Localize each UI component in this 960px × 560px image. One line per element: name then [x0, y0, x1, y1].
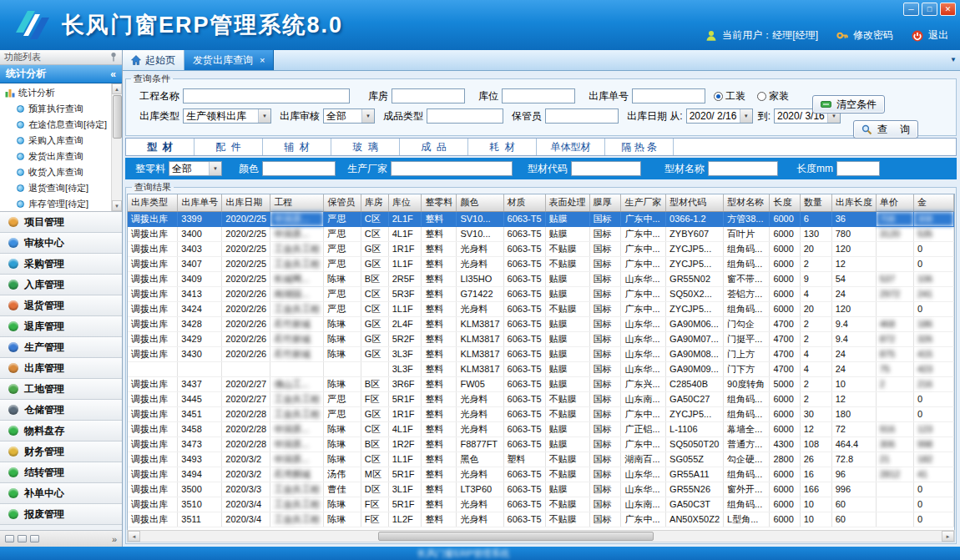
sidebar-item-carryover-management[interactable]: 结转管理 — [0, 462, 122, 483]
scroll-left-icon[interactable]: ◄ — [128, 531, 140, 542]
dropdown-arrow-icon[interactable]: ▼ — [258, 109, 270, 123]
tree-item-budget-execution-query[interactable]: 预算执行查询 — [0, 101, 111, 117]
column-header[interactable]: 库位 — [388, 194, 422, 211]
dropdown-arrow-icon[interactable]: ▼ — [361, 109, 374, 123]
table-row[interactable]: 调拨出库34302020/2/26石竹新城陈琳G区3L3F整料KLM381760… — [128, 346, 954, 361]
product-type-input[interactable] — [427, 108, 503, 124]
maximize-button[interactable]: □ — [922, 3, 937, 16]
column-header[interactable]: 出库日期 — [222, 194, 270, 211]
column-header[interactable]: 保管员 — [324, 194, 361, 211]
outbound-audit-select[interactable]: 全部▼ — [323, 108, 375, 124]
column-header[interactable]: 材质 — [503, 194, 545, 211]
custodian-input[interactable] — [545, 108, 619, 124]
material-tab-single-profile[interactable]: 单体型材 — [537, 139, 605, 155]
sidebar-item-finance-management[interactable]: 财务管理 — [0, 441, 122, 462]
tree-root-statistics[interactable]: 统计分析 — [0, 85, 111, 101]
column-header[interactable]: 金 — [913, 194, 953, 211]
table-row[interactable]: 调拨出库33992020/2/25华润原...严思C区2L1F整料SV10...… — [128, 211, 954, 226]
tab-list-dropdown-icon[interactable]: ▼ — [950, 56, 957, 63]
sidebar-item-project-management[interactable]: 项目管理 — [0, 212, 122, 233]
table-row[interactable]: 调拨出库34372020/2/27佛山工...陈琳B区3R6F整料FW05606… — [128, 376, 954, 391]
column-header[interactable]: 出库长度 — [831, 194, 876, 211]
length-mm-input[interactable] — [836, 161, 880, 176]
column-header[interactable]: 数量 — [800, 194, 831, 211]
tree-scrollbar[interactable]: ▲ ▼ — [111, 83, 122, 211]
table-row[interactable]: 调拨出库34942020/3/2石湾辉城汤伟M区5R1F整料光身料6063-T5… — [128, 467, 954, 482]
tree-scrollbar-thumb[interactable] — [113, 95, 122, 139]
whole-part-select[interactable]: 全部▼ — [169, 161, 222, 176]
table-row[interactable]: 调拨出库34582020/2/28华润原...陈琳C区4L1F整料光身料6063… — [128, 421, 954, 436]
home-decor-radio-label[interactable]: 家装 — [769, 89, 789, 103]
table-row[interactable]: 调拨出库34932020/3/2华润原...陈琳C区1L1F整料黑色塑料不贴膜国… — [128, 452, 954, 467]
dropdown-arrow-icon[interactable]: ▼ — [209, 162, 221, 175]
footer-computer-icon[interactable] — [30, 535, 39, 542]
material-tab-profile[interactable]: 型 材 — [126, 139, 195, 155]
column-header[interactable]: 整零料 — [422, 194, 457, 211]
table-row[interactable]: 调拨出库34002020/2/25华润原...严思C区4L1F整料SV10...… — [128, 226, 954, 241]
scroll-right-icon[interactable]: ► — [942, 531, 954, 542]
tab-close-icon[interactable]: × — [260, 55, 265, 65]
column-header[interactable]: 单价 — [876, 194, 913, 211]
logout-link[interactable]: 退出 — [928, 28, 948, 43]
column-header[interactable]: 出库类型 — [128, 194, 178, 211]
table-row[interactable]: 调拨出库35002020/3/3工业共工程曹佳D区3L1F整料LT3P60606… — [128, 482, 954, 497]
date-from-picker[interactable]: 2020/ 2/16▼ — [686, 108, 753, 124]
material-tab-glass[interactable]: 玻 璃 — [331, 139, 400, 155]
home-decor-radio[interactable] — [757, 92, 766, 101]
footer-folder-icon[interactable] — [18, 535, 27, 542]
table-row[interactable]: 调拨出库34292020/2/26石竹新城陈琳G区5R2F整料KLM381760… — [128, 331, 954, 346]
column-header[interactable]: 颜色 — [457, 194, 503, 211]
manufacturer-input[interactable] — [391, 161, 513, 176]
material-tab-insulation-strip[interactable]: 隔 热 条 — [605, 139, 674, 155]
hscrollbar-thumb[interactable] — [378, 532, 654, 541]
material-tab-consumable[interactable]: 耗 材 — [468, 139, 537, 155]
tree-item-purchase-inbound-query[interactable]: 采购入库查询 — [0, 133, 111, 149]
table-row[interactable]: 调拨出库35112020/3/4工业共工程陈琳F区1L2F整料光身料6063-T… — [128, 512, 954, 527]
tooling-radio-label[interactable]: 工装 — [725, 89, 745, 103]
tab-shipping-outbound-query[interactable]: 发货出库查询 × — [184, 50, 274, 70]
sidebar-item-production-management[interactable]: 生产管理 — [0, 337, 122, 358]
profile-name-input[interactable] — [708, 161, 778, 176]
sidebar-item-material-inventory[interactable]: 物料盘存 — [0, 421, 122, 441]
column-header[interactable]: 出库单号 — [178, 194, 222, 211]
table-row[interactable]: 调拨出库34132020/2/26南湖园...严思C区5R3F整料G714226… — [128, 286, 954, 301]
sidebar-group-statistics[interactable]: 统计分析 « — [0, 65, 122, 83]
material-tab-finished[interactable]: 成 品 — [400, 139, 468, 155]
overflow-chevron-icon[interactable]: » — [112, 534, 117, 544]
table-row[interactable]: 调拨出库34732020/2/28华润原...陈琳B区1R2F整料F8877FT… — [128, 436, 954, 452]
column-header[interactable]: 膜厚 — [589, 194, 621, 211]
search-button[interactable]: 查 询 — [853, 120, 918, 139]
clear-conditions-button[interactable]: 清空条件 — [812, 95, 885, 114]
table-row[interactable]: 调拨出库35102020/3/4工业共工程陈琳F区5R1F整料光身料6063-T… — [128, 497, 954, 512]
outbound-type-select[interactable]: 生产领料出库▼ — [183, 108, 271, 124]
table-row[interactable]: 3L3F整料KLM38176063-T5贴膜国标山东华...GA90M09...… — [128, 361, 954, 376]
pin-icon[interactable] — [109, 52, 118, 63]
profile-code-input[interactable] — [571, 161, 641, 176]
sidebar-item-audit-center[interactable]: 审核中心 — [0, 233, 122, 254]
minimize-button[interactable]: ─ — [903, 3, 919, 16]
column-header[interactable]: 型材名称 — [724, 194, 770, 211]
table-row[interactable]: 调拨出库34092020/2/25长城网...陈琳B区2R5F整料LI35HO6… — [128, 271, 954, 286]
tree-item-shipping-outbound-query[interactable]: 发货出库查询 — [0, 149, 111, 164]
sidebar-item-warehouse-return-management[interactable]: 退库管理 — [0, 316, 122, 337]
column-header[interactable]: 表面处理 — [545, 194, 589, 211]
sidebar-item-return-goods-management[interactable]: 退货管理 — [0, 295, 122, 316]
collapse-icon[interactable]: « — [110, 68, 116, 80]
sidebar-item-storage-management[interactable]: 仓储管理 — [0, 400, 122, 421]
material-tab-accessory[interactable]: 配 件 — [195, 139, 263, 155]
tree-item-return-query[interactable]: 退货查询[待定] — [0, 180, 111, 196]
table-row[interactable]: 调拨出库34242020/2/26工业共工程严思C区1L1F整料光身料6063-… — [128, 301, 954, 316]
close-button[interactable]: ✕ — [940, 3, 956, 16]
tooling-radio[interactable] — [714, 92, 723, 101]
horizontal-scrollbar[interactable]: ◄ ► — [127, 530, 955, 542]
scroll-down-icon[interactable]: ▼ — [112, 200, 122, 211]
tree-item-stock-management-query[interactable]: 库存管理[待定] — [0, 196, 111, 211]
location-input[interactable] — [502, 88, 575, 103]
color-input[interactable] — [262, 161, 336, 176]
column-header[interactable]: 长度 — [770, 194, 800, 211]
column-header[interactable]: 生产厂家 — [621, 194, 666, 211]
dropdown-arrow-icon[interactable]: ▼ — [740, 109, 752, 123]
tree-item-receipt-inbound-query[interactable]: 收货入库查询 — [0, 164, 111, 180]
sidebar-item-scrap-management[interactable]: 报废管理 — [0, 504, 122, 525]
sidebar-item-inbound-management[interactable]: 入库管理 — [0, 275, 122, 295]
